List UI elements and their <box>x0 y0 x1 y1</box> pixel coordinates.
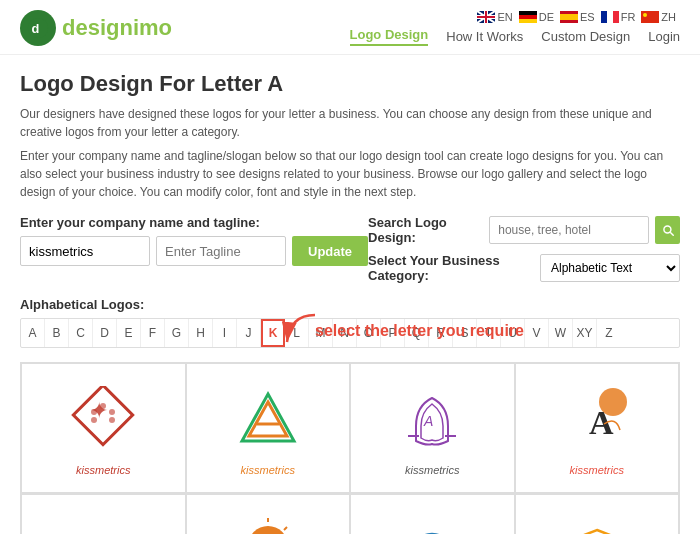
alpha-wrapper: ABCDEFGHIJKLMNOPQRSTUVWXYZ select the le… <box>20 318 680 348</box>
svg-text:A: A <box>423 413 433 429</box>
logo-grid-row1: ✦ kissmetrics kissmetrics <box>20 362 680 494</box>
alpha-letter-t[interactable]: T <box>477 319 501 347</box>
alpha-bar: ABCDEFGHIJKLMNOPQRSTUVWXYZ <box>20 318 680 348</box>
logo-cell-2[interactable]: kissmetrics <box>186 363 351 493</box>
svg-line-39 <box>284 527 287 530</box>
category-label: Select Your Business Category: <box>368 253 534 283</box>
logo-cell-8[interactable]: Z <box>515 494 680 534</box>
svg-rect-11 <box>519 19 537 23</box>
alpha-letter-c[interactable]: C <box>69 319 93 347</box>
page-title: Logo Design For Letter A <box>20 71 680 97</box>
alpha-letter-g[interactable]: G <box>165 319 189 347</box>
logo-visual-4: A <box>557 386 637 456</box>
svg-rect-13 <box>560 14 578 20</box>
lang-zh[interactable]: ZH <box>641 11 676 23</box>
alpha-letter-e[interactable]: E <box>117 319 141 347</box>
logo-cell-5[interactable]: A kissmetrics <box>21 494 186 534</box>
logo-visual-3: A <box>392 386 472 456</box>
search-label: Search Logo Design: <box>368 215 483 245</box>
page-desc2: Enter your company name and tagline/slog… <box>20 147 680 201</box>
logo-grid-row2: A kissmetrics a kissmetrics <box>20 494 680 534</box>
logo-visual-5: A <box>63 511 143 534</box>
logo-visual-1: ✦ <box>63 386 143 456</box>
svg-rect-17 <box>613 11 619 23</box>
alpha-letter-s[interactable]: S <box>453 319 477 347</box>
alpha-letter-u[interactable]: U <box>501 319 525 347</box>
alpha-letter-d[interactable]: D <box>93 319 117 347</box>
svg-rect-16 <box>607 11 613 23</box>
alpha-letter-w[interactable]: W <box>549 319 573 347</box>
alpha-letter-z[interactable]: Z <box>597 319 621 347</box>
tagline-input[interactable] <box>156 236 286 266</box>
alpha-letter-a[interactable]: A <box>21 319 45 347</box>
logo-cell-4-name: kissmetrics <box>570 464 624 476</box>
svg-rect-15 <box>601 11 607 23</box>
lang-fr[interactable]: FR <box>601 11 636 23</box>
search-row: Search Logo Design: <box>368 215 680 245</box>
logo-cell-1-name: kissmetrics <box>76 464 130 476</box>
company-label: Enter your company name and tagline: <box>20 215 368 230</box>
search-input[interactable] <box>489 216 649 244</box>
alpha-letter-n[interactable]: N <box>333 319 357 347</box>
logo-visual-2 <box>228 386 308 456</box>
alpha-label: Alphabetical Logos: <box>20 297 680 312</box>
logo-brand[interactable]: designimo <box>62 15 172 41</box>
nav-logo-design[interactable]: Logo Design <box>350 27 429 46</box>
logo-cell-3-name: kissmetrics <box>405 464 459 476</box>
svg-text:A: A <box>589 404 614 441</box>
svg-rect-12 <box>560 11 578 14</box>
alpha-letter-k[interactable]: K <box>261 319 285 347</box>
main-content: Logo Design For Letter A Our designers h… <box>0 55 700 534</box>
svg-point-37 <box>248 526 288 534</box>
alpha-letter-r[interactable]: R <box>429 319 453 347</box>
page-desc1: Our designers have designed these logos … <box>20 105 680 141</box>
logo-icon[interactable]: d <box>20 10 56 46</box>
alpha-letter-b[interactable]: B <box>45 319 69 347</box>
logo-cell-7[interactable]: A <box>350 494 515 534</box>
search-button[interactable] <box>655 216 680 244</box>
form-section: Enter your company name and tagline: Upd… <box>20 215 680 283</box>
logo-cell-1[interactable]: ✦ kissmetrics <box>21 363 186 493</box>
logo-area: d designimo <box>20 10 172 46</box>
company-input[interactable] <box>20 236 150 266</box>
logo-visual-6: a <box>228 511 308 534</box>
alpha-letter-m[interactable]: M <box>309 319 333 347</box>
svg-point-19 <box>643 13 647 17</box>
svg-rect-9 <box>519 11 537 15</box>
logo-cell-6[interactable]: a kissmetrics <box>186 494 351 534</box>
category-select[interactable]: Alphabetic Text Abstract Animals Busines… <box>540 254 680 282</box>
alpha-letter-i[interactable]: I <box>213 319 237 347</box>
alpha-letter-o[interactable]: O <box>357 319 381 347</box>
alpha-letter-l[interactable]: L <box>285 319 309 347</box>
nav-links: Logo Design How It Works Custom Design L… <box>350 27 680 46</box>
logo-cell-4[interactable]: A kissmetrics <box>515 363 680 493</box>
svg-rect-18 <box>641 11 659 23</box>
form-right: Search Logo Design: Select Your Business… <box>368 215 680 283</box>
alpha-letter-f[interactable]: F <box>141 319 165 347</box>
alpha-letter-xy[interactable]: XY <box>573 319 597 347</box>
update-button[interactable]: Update <box>292 236 368 266</box>
alpha-letter-p[interactable]: P <box>381 319 405 347</box>
company-input-row: Update <box>20 236 368 266</box>
logo-visual-8: Z <box>557 519 637 535</box>
svg-point-24 <box>109 409 115 415</box>
alpha-letter-q[interactable]: Q <box>405 319 429 347</box>
svg-point-26 <box>109 417 115 423</box>
lang-es[interactable]: ES <box>560 11 595 23</box>
logo-cell-3[interactable]: A kissmetrics <box>350 363 515 493</box>
logo-visual-7: A <box>392 519 472 535</box>
nav-login[interactable]: Login <box>648 29 680 44</box>
lang-de[interactable]: DE <box>519 11 554 23</box>
svg-rect-8 <box>477 16 495 18</box>
search-icon <box>661 223 675 237</box>
category-row: Select Your Business Category: Alphabeti… <box>368 253 680 283</box>
header-right: EN DE ES FR ZH Logo Design How It Works … <box>350 11 680 46</box>
alpha-letter-j[interactable]: J <box>237 319 261 347</box>
lang-en[interactable]: EN <box>477 11 512 23</box>
alpha-letter-v[interactable]: V <box>525 319 549 347</box>
nav-custom-design[interactable]: Custom Design <box>541 29 630 44</box>
svg-rect-10 <box>519 15 537 19</box>
alpha-letter-h[interactable]: H <box>189 319 213 347</box>
alpha-section: Alphabetical Logos: ABCDEFGHIJKLMNOPQRST… <box>20 297 680 348</box>
nav-how-it-works[interactable]: How It Works <box>446 29 523 44</box>
